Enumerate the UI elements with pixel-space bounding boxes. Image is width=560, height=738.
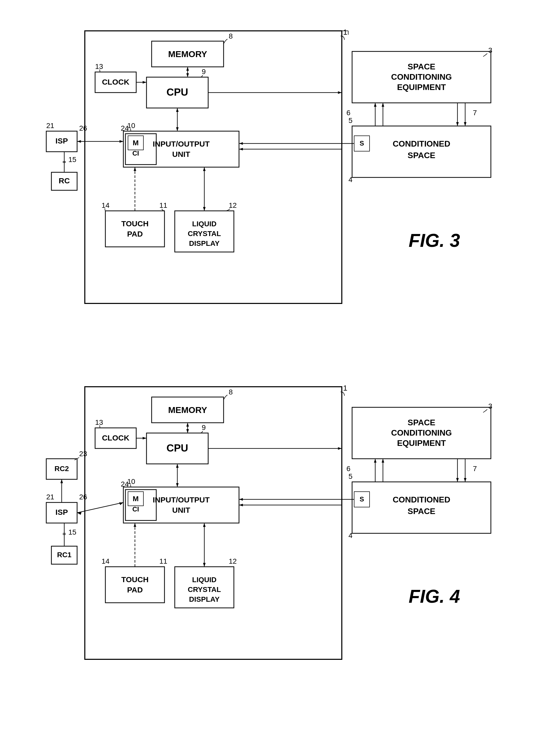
cs-l2-fig4: SPACE	[408, 506, 435, 516]
svg-marker-44	[456, 122, 459, 126]
svg-line-83	[77, 502, 123, 513]
s-label-fig3: S	[360, 139, 364, 147]
svg-marker-65	[338, 447, 342, 450]
lcd-l1-fig4: LIQUID	[192, 576, 216, 584]
svg-rect-59	[125, 489, 156, 520]
io-label1-fig4: INPUT/OUTPUT	[153, 495, 210, 504]
cpu-label-fig4: CPU	[166, 442, 188, 454]
svg-marker-8	[143, 81, 146, 83]
touchpad-l2-fig4: PAD	[127, 586, 143, 594]
svg-marker-14	[176, 108, 179, 112]
sce-l3-fig3: EQUIPMENT	[397, 82, 446, 92]
svg-rect-9	[123, 131, 239, 167]
svg-marker-62	[176, 483, 179, 487]
ref-11-fig4: 11	[159, 557, 167, 565]
touchpad-l1-fig3: TOUCH	[121, 219, 148, 228]
svg-marker-18	[239, 148, 243, 150]
io-label2-fig3: UNIT	[172, 150, 190, 158]
lcd-l3-fig4: DISPLAY	[189, 595, 219, 603]
isp-label-fig3: ISP	[55, 136, 68, 145]
fig3-area: 1 MEMORY 8 CLOCK 13 CPU 9	[36, 15, 524, 351]
svg-marker-6	[186, 73, 189, 77]
svg-marker-24	[203, 167, 205, 171]
svg-marker-21	[134, 167, 136, 171]
cs-l2-fig3: SPACE	[408, 151, 435, 160]
ref-11-fig3: 11	[159, 201, 167, 209]
svg-rect-19	[105, 211, 164, 247]
svg-marker-32	[119, 140, 123, 143]
ref-7-fig4: 7	[473, 465, 477, 473]
svg-marker-55	[186, 429, 189, 433]
lcd-l2-fig4: CRYSTAL	[187, 586, 221, 594]
svg-marker-79	[60, 479, 63, 483]
svg-marker-74	[203, 563, 205, 567]
ref-4-fig3: 4	[349, 175, 353, 183]
ci-label-fig3: CI	[132, 149, 139, 157]
m-label-fig4: M	[133, 495, 138, 503]
sce-l2-fig3: CONDITIONING	[391, 72, 452, 81]
sce-l2-fig4: CONDITIONING	[391, 428, 452, 437]
rc-label-fig3: RC	[59, 176, 70, 185]
ref-14-fig4: 14	[101, 557, 109, 565]
ref-9-fig3: 9	[202, 68, 206, 76]
cs-l1-fig4: CONDITIONED	[393, 495, 450, 504]
ref-23-fig4: 23	[79, 450, 87, 458]
memory-label-fig3: MEMORY	[168, 49, 207, 59]
lcd-l3-fig3: DISPLAY	[189, 240, 219, 247]
ref-6-fig4: 6	[347, 465, 351, 473]
svg-marker-67	[239, 504, 243, 506]
svg-marker-46	[464, 122, 467, 126]
ref-12-fig4: 12	[229, 557, 237, 565]
ref-24-fig3: 24	[121, 124, 129, 132]
touchpad-l2-fig3: PAD	[127, 230, 143, 238]
ref-1-fig3: 1	[343, 28, 348, 36]
lcd-l2-fig3: CRYSTAL	[187, 230, 221, 238]
svg-marker-84	[119, 502, 123, 505]
svg-marker-16	[338, 91, 342, 94]
lcd-l1-fig3: LIQUID	[192, 220, 216, 228]
svg-marker-90	[239, 498, 243, 501]
sce-l3-fig4: EQUIPMENT	[397, 438, 446, 448]
svg-marker-42	[382, 103, 384, 107]
ref-8-fig4: 8	[229, 388, 233, 396]
touchpad-l1-fig4: TOUCH	[121, 575, 148, 584]
clock-label-fig4: CLOCK	[102, 433, 129, 442]
ref-9-fig4: 9	[202, 423, 206, 431]
ref-13-fig4: 13	[95, 418, 103, 426]
ref-21-fig3: 21	[46, 122, 54, 129]
svg-marker-5	[186, 67, 189, 71]
cpu-label-fig3: CPU	[166, 86, 188, 98]
svg-marker-92	[374, 459, 377, 463]
fig3-label: FIG. 3	[409, 230, 460, 251]
svg-marker-98	[464, 478, 467, 482]
isp-label-fig4: ISP	[55, 508, 68, 516]
ref-12-fig3: 12	[229, 201, 237, 209]
svg-marker-54	[186, 423, 189, 427]
ref-15-fig3: 15	[68, 155, 76, 163]
cs-l1-fig3: CONDITIONED	[393, 139, 450, 148]
svg-marker-63	[176, 464, 179, 468]
ci-label-fig4: CI	[132, 505, 139, 513]
fig4-label: FIG. 4	[409, 586, 460, 607]
ref-5-fig4: 5	[349, 472, 353, 480]
ref-21-fig4: 21	[46, 493, 54, 501]
rc2-label-fig4: RC2	[54, 465, 69, 473]
ref-13-fig3: 13	[95, 62, 103, 70]
fig3-svg: 1 MEMORY 8 CLOCK 13 CPU 9	[36, 15, 524, 350]
svg-marker-96	[456, 478, 459, 482]
ref-15-fig4: 15	[68, 528, 76, 536]
svg-marker-70	[134, 523, 136, 527]
ref-4-fig4: 4	[349, 531, 353, 539]
fig4-svg: 1 MEMORY 8 CLOCK 13 CPU 9	[36, 371, 524, 706]
svg-rect-68	[105, 567, 164, 603]
svg-marker-94	[382, 459, 384, 463]
ref-1-fig4: 1	[343, 384, 348, 392]
fig4-area: 1 MEMORY 8 CLOCK 13 CPU 9	[36, 371, 524, 707]
svg-marker-38	[239, 142, 243, 145]
svg-marker-40	[374, 103, 377, 107]
memory-label-fig4: MEMORY	[168, 405, 207, 415]
svg-marker-13	[176, 127, 179, 131]
ref-14-fig3: 14	[101, 201, 109, 209]
io-label1-fig3: INPUT/OUTPUT	[153, 140, 210, 148]
ref-6-fig3: 6	[347, 109, 351, 117]
